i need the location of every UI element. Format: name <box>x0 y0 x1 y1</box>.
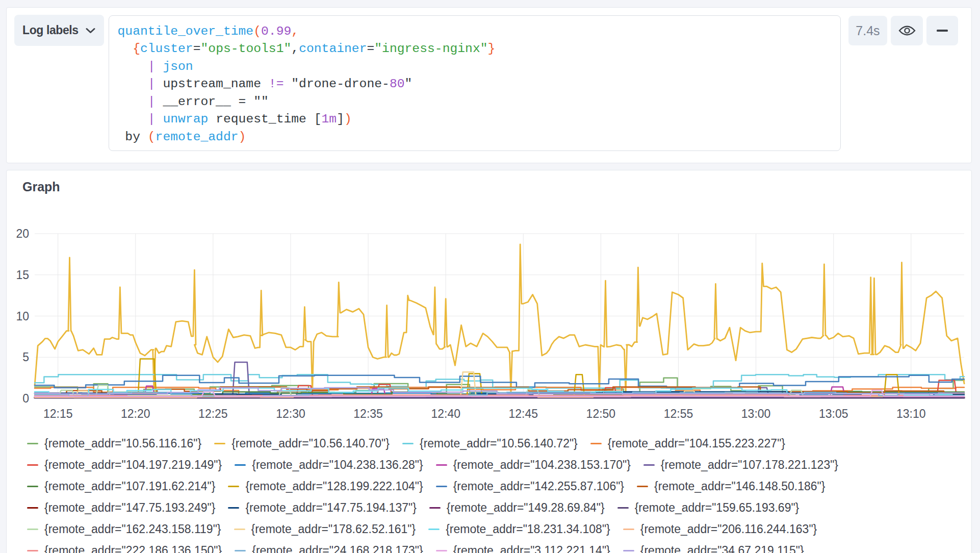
svg-text:5: 5 <box>22 350 29 364</box>
svg-text:12:30: 12:30 <box>276 407 305 420</box>
svg-text:12:25: 12:25 <box>198 407 228 420</box>
svg-text:15: 15 <box>16 268 29 282</box>
svg-text:12:50: 12:50 <box>586 407 616 420</box>
svg-text:12:40: 12:40 <box>431 407 460 420</box>
svg-text:13:10: 13:10 <box>896 407 926 420</box>
svg-text:20: 20 <box>16 227 29 240</box>
svg-text:12:15: 12:15 <box>43 407 73 420</box>
svg-text:10: 10 <box>16 310 29 323</box>
svg-text:0: 0 <box>22 392 29 405</box>
svg-text:12:55: 12:55 <box>664 407 693 420</box>
svg-text:12:35: 12:35 <box>353 407 383 420</box>
svg-text:12:45: 12:45 <box>509 407 538 420</box>
svg-text:12:20: 12:20 <box>121 407 150 420</box>
svg-text:13:05: 13:05 <box>819 407 848 420</box>
svg-text:13:00: 13:00 <box>741 407 771 420</box>
